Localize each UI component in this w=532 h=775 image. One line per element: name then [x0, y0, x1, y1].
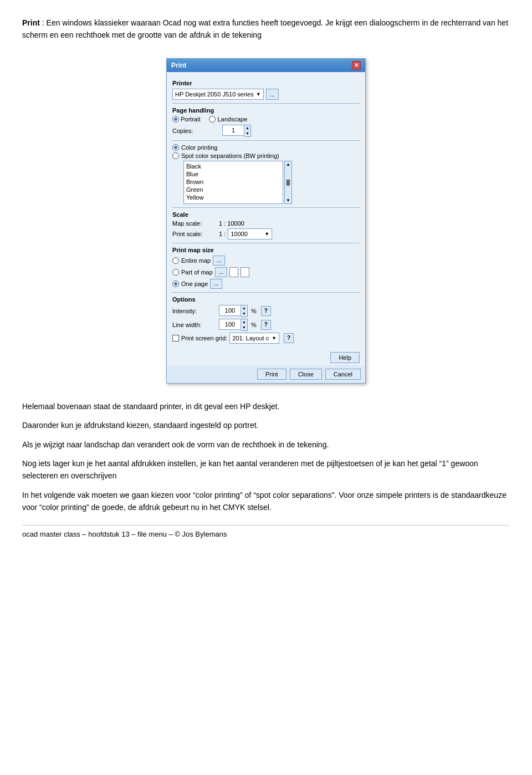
entire-map-label: Entire map: [181, 257, 211, 264]
color-printing-option[interactable]: Color printing: [172, 144, 360, 151]
print-scale-arrow: ▼: [264, 231, 269, 237]
options-section-label: Options: [172, 296, 360, 303]
color-item-brown[interactable]: Brown: [186, 178, 280, 186]
part-of-map-row: Part of map ...: [172, 267, 360, 277]
line-width-label: Line width:: [172, 322, 217, 328]
printer-more-button[interactable]: ...: [266, 89, 279, 100]
help-row: Help: [167, 350, 365, 365]
copies-spinner[interactable]: 1 ▲ ▼: [222, 125, 251, 137]
portrait-label: Portrait: [181, 116, 200, 123]
color-printing-label: Color printing: [181, 144, 217, 151]
intensity-help-btn[interactable]: ?: [261, 306, 271, 316]
landscape-option[interactable]: Landscape: [209, 116, 247, 123]
intensity-row: Intensity: 100 ▲ ▼ % ?: [172, 305, 360, 317]
line-width-help-btn[interactable]: ?: [261, 320, 271, 330]
scroll-up-btn[interactable]: ▲: [286, 162, 290, 167]
color-list-wrapper: Black Blue Brown Green Yellow ▲ █ ▼: [183, 161, 360, 204]
spot-color-radio[interactable]: [172, 152, 179, 159]
orientation-radio-group: Portrait Landscape: [172, 116, 247, 123]
intro-text: : Een windows klassieker waaraan Ocad no…: [22, 18, 508, 39]
copies-value[interactable]: 1: [222, 125, 244, 136]
intensity-label: Intensity:: [172, 308, 217, 314]
one-page-row: One page ...: [172, 279, 360, 289]
screen-grid-arrow: ▼: [272, 335, 277, 341]
page-handling-label: Page handling: [172, 107, 360, 114]
print-screen-grid-dropdown[interactable]: 201: Layout c ▼: [229, 333, 279, 344]
body-p4-text: Nog iets lager kun je het aantal afdrukk…: [22, 459, 478, 480]
color-printing-radio[interactable]: [172, 144, 179, 151]
print-screen-grid-checkbox[interactable]: [172, 335, 179, 341]
print-map-size-label: Print map size: [172, 247, 360, 253]
intensity-spinner[interactable]: 100 ▲ ▼: [219, 305, 248, 317]
line-width-value[interactable]: 100: [219, 319, 241, 330]
page-icon-1: [229, 267, 238, 277]
intensity-value[interactable]: 100: [219, 305, 241, 316]
color-list-scrollbar[interactable]: ▲ █ ▼: [284, 161, 292, 204]
one-page-btn[interactable]: ...: [210, 279, 222, 289]
color-item-yellow[interactable]: Yellow: [186, 193, 280, 201]
orientation-row: Portrait Landscape: [172, 116, 360, 123]
screen-grid-help-btn[interactable]: ?: [284, 333, 294, 343]
body-paragraph-3: Als je wijzigt naar landschap dan verand…: [22, 439, 510, 451]
color-item-blue[interactable]: Blue: [186, 170, 280, 178]
spot-color-label: Spot color separations (BW printing): [181, 152, 279, 159]
print-scale-dropdown[interactable]: 10000 ▼: [228, 228, 272, 239]
intensity-arrows[interactable]: ▲ ▼: [241, 305, 248, 317]
map-scale-label: Map scale:: [172, 220, 217, 227]
dialog-footer: Print Close Cancel: [167, 365, 365, 383]
part-of-map-label: Part of map: [181, 269, 213, 276]
copies-row: Copies: 1 ▲ ▼: [172, 125, 360, 137]
body-paragraph-4: Nog iets lager kun je het aantal afdrukk…: [22, 457, 510, 482]
entire-map-btn[interactable]: ...: [213, 256, 225, 266]
print-screen-grid-label: Print screen grid:: [181, 335, 227, 341]
help-button[interactable]: Help: [330, 352, 360, 363]
print-button[interactable]: Print: [257, 369, 287, 380]
landscape-label: Landscape: [217, 116, 247, 123]
intro-bold: Print: [22, 18, 40, 27]
scroll-down-btn[interactable]: ▼: [286, 198, 290, 203]
intensity-unit: %: [251, 308, 257, 314]
divider-3: [172, 207, 360, 208]
intro-paragraph: Print : Een windows klassieker waaraan O…: [22, 17, 510, 42]
footer-text: ocad master class – hoofdstuk 13 – file …: [22, 530, 227, 538]
page-icon-2: [241, 267, 249, 277]
cancel-button[interactable]: Cancel: [325, 369, 361, 380]
color-list[interactable]: Black Blue Brown Green Yellow: [183, 161, 283, 204]
portrait-option[interactable]: Portrait: [172, 116, 200, 123]
body-p5-text: In het volgende vak moeten we gaan kieze…: [22, 491, 507, 512]
spot-color-option[interactable]: Spot color separations (BW printing): [172, 152, 360, 159]
part-of-map-radio[interactable]: [172, 269, 179, 276]
line-width-arrows[interactable]: ▲ ▼: [241, 319, 248, 331]
part-of-map-btn[interactable]: ...: [215, 267, 227, 277]
dialog-close-button[interactable]: ✕: [352, 61, 361, 70]
map-scale-row: Map scale: 1 : 10000: [172, 220, 360, 227]
body-p1-text: Helemaal bovenaan staat de standaard pri…: [22, 402, 279, 411]
intensity-up-arrow[interactable]: ▲: [241, 305, 247, 311]
map-scale-value: 1 : 10000: [219, 220, 244, 227]
line-width-unit: %: [251, 322, 257, 328]
copies-label: Copies:: [172, 128, 222, 134]
color-item-green[interactable]: Green: [186, 186, 280, 193]
color-item-black[interactable]: Black: [186, 162, 280, 170]
close-button[interactable]: Close: [290, 369, 322, 380]
copies-down-arrow[interactable]: ▼: [244, 131, 250, 136]
landscape-radio[interactable]: [209, 116, 216, 123]
printer-dropdown[interactable]: HP Deskjet 2050 J510 series ▼: [172, 89, 264, 100]
line-width-down-arrow[interactable]: ▼: [241, 325, 247, 330]
copies-arrows[interactable]: ▲ ▼: [244, 125, 251, 137]
copies-up-arrow[interactable]: ▲: [244, 125, 250, 131]
line-width-spinner[interactable]: 100 ▲ ▼: [219, 319, 248, 331]
printer-row: HP Deskjet 2050 J510 series ▼ ...: [172, 89, 360, 100]
divider-2: [172, 140, 360, 141]
dialog-body: Printer HP Deskjet 2050 J510 series ▼ ..…: [167, 72, 365, 350]
one-page-radio[interactable]: [172, 281, 179, 287]
dialog-title: Print: [171, 62, 186, 69]
entire-map-radio[interactable]: [172, 257, 179, 264]
body-paragraph-2: Daaronder kun je afdrukstand kiezen, sta…: [22, 419, 510, 431]
one-page-label: One page: [181, 281, 208, 287]
intensity-down-arrow[interactable]: ▼: [241, 311, 247, 317]
dialog-titlebar: Print ✕: [167, 59, 365, 72]
portrait-radio[interactable]: [172, 116, 179, 123]
line-width-up-arrow[interactable]: ▲: [241, 319, 247, 325]
print-scale-prefix: 1 :: [219, 231, 226, 237]
